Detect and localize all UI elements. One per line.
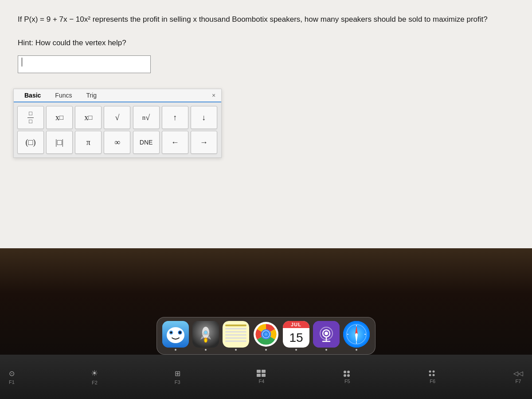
key-f5: F5	[343, 370, 352, 384]
toolbar-close-button[interactable]: ×	[210, 91, 218, 99]
calendar-dot	[295, 349, 297, 351]
btn-arrow-down[interactable]: ↓	[191, 106, 217, 129]
tab-funcs[interactable]: Funcs	[49, 89, 78, 102]
svg-point-42	[429, 374, 431, 376]
toolbar-buttons: □ □ x□ x□ √ n√ ↑ ↓ (□) |□| π ∞ DNE ← →	[14, 102, 221, 157]
toolbar-tabs: Basic Funcs Trig ×	[14, 89, 221, 102]
svg-rect-33	[262, 370, 266, 373]
svg-point-40	[429, 371, 431, 373]
svg-rect-35	[262, 374, 266, 377]
key-f3: ⊞ F3	[175, 369, 180, 385]
podcasts-dot	[325, 349, 327, 351]
notes-dot	[235, 349, 237, 351]
tab-trig[interactable]: Trig	[80, 89, 103, 102]
btn-paren[interactable]: (□)	[17, 131, 44, 154]
safari-dot	[356, 349, 357, 351]
svg-rect-34	[257, 374, 261, 377]
svg-point-41	[432, 371, 434, 373]
svg-point-36	[344, 371, 346, 373]
svg-rect-32	[257, 370, 261, 373]
dock-item-podcasts[interactable]	[313, 321, 340, 351]
key-f2: ☀ F2	[91, 368, 98, 385]
math-cursor	[22, 58, 22, 66]
svg-point-10	[204, 331, 207, 334]
math-input-box[interactable]	[18, 55, 151, 73]
svg-point-39	[347, 374, 350, 377]
svg-point-7	[179, 332, 181, 334]
btn-nsqrt[interactable]: n√	[133, 106, 160, 129]
main-content: If P(x) = 9 + 7x − 10x² represents the p…	[0, 0, 532, 248]
math-input-container	[18, 55, 151, 73]
key-f4: F4	[257, 370, 266, 384]
chrome-dot	[265, 349, 267, 351]
dock-item-safari[interactable]	[343, 321, 370, 351]
btn-sqrt[interactable]: √	[104, 106, 130, 129]
key-f6: F6	[428, 370, 437, 384]
svg-point-43	[432, 374, 434, 376]
btn-xsquared[interactable]: x□	[46, 106, 73, 129]
podcasts-icon	[313, 321, 340, 348]
dock-item-calendar[interactable]: JUL 15	[283, 321, 309, 351]
dock: JUL 15	[156, 317, 376, 355]
safari-icon	[343, 321, 370, 348]
svg-point-27	[356, 333, 358, 336]
calendar-day: 15	[283, 328, 309, 348]
chrome-icon	[253, 321, 279, 348]
math-toolbar: Basic Funcs Trig × □ □ x□ x□ √ n√ ↑ ↓ (□…	[13, 89, 222, 158]
dock-item-launchpad[interactable]	[192, 321, 219, 351]
svg-point-37	[347, 371, 350, 373]
key-f7: ◁◁ F7	[513, 370, 523, 384]
question-text: If P(x) = 9 + 7x − 10x² represents the p…	[18, 13, 514, 25]
dock-item-chrome[interactable]	[253, 321, 279, 351]
btn-infinity[interactable]: ∞	[104, 131, 130, 154]
btn-arrow-up[interactable]: ↑	[162, 106, 188, 129]
notes-icon	[223, 321, 249, 348]
svg-point-38	[344, 374, 346, 377]
hint-text: Hint: How could the vertex help?	[18, 39, 514, 47]
tab-basic[interactable]: Basic	[18, 89, 47, 102]
launchpad-dot	[205, 349, 207, 351]
svg-point-20	[325, 332, 328, 335]
btn-arrow-left[interactable]: ←	[162, 131, 188, 154]
keyboard-area: ⊙ F1 ☀ F2 ⊞ F3 F4 F5 F6	[0, 355, 532, 399]
svg-point-6	[170, 332, 172, 334]
dock-item-notes[interactable]	[223, 321, 249, 351]
finder-icon	[162, 321, 189, 348]
key-f1: ⊙ F1	[9, 369, 15, 385]
btn-fraction[interactable]: □ □	[17, 106, 44, 129]
btn-dne[interactable]: DNE	[133, 131, 160, 154]
btn-arrow-right[interactable]: →	[191, 131, 217, 154]
calendar-month: JUL	[283, 321, 309, 328]
svg-point-12	[205, 339, 207, 342]
btn-pi[interactable]: π	[75, 131, 102, 154]
svg-point-16	[263, 331, 270, 338]
launchpad-icon	[192, 321, 219, 348]
btn-abs[interactable]: |□|	[46, 131, 73, 154]
dock-item-finder[interactable]	[162, 321, 189, 351]
calendar-icon: JUL 15	[283, 321, 309, 348]
finder-dot	[175, 349, 176, 351]
btn-xsubscript[interactable]: x□	[75, 106, 102, 129]
